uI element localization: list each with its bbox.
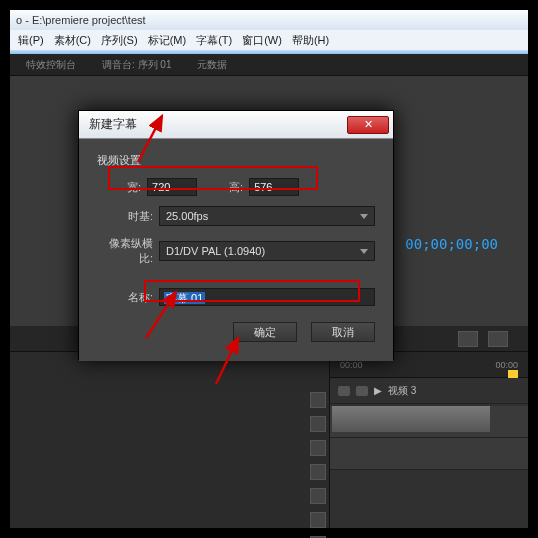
dialog-body: 视频设置 宽: 高: 时基: 25.00fps 像素纵横比: D1/DV PAL… xyxy=(79,139,393,361)
height-label: 高: xyxy=(229,180,243,195)
ripple-tool-icon[interactable] xyxy=(310,440,326,456)
ruler-tick: 00:00 xyxy=(340,360,363,370)
track-label: 视频 3 xyxy=(388,384,416,398)
panel-tabs: 特效控制台 调音台: 序列 01 元数据 xyxy=(10,54,528,76)
eye-icon[interactable] xyxy=(338,386,350,396)
track-header[interactable]: ▶ 视频 3 xyxy=(330,378,528,404)
menu-edit[interactable]: 辑(P) xyxy=(14,32,48,49)
tab-metadata[interactable]: 元数据 xyxy=(191,56,233,74)
par-row: 像素纵横比: D1/DV PAL (1.0940) xyxy=(97,236,375,266)
par-dropdown[interactable]: D1/DV PAL (1.0940) xyxy=(159,241,375,261)
menu-help[interactable]: 帮助(H) xyxy=(288,32,333,49)
menu-bar[interactable]: 辑(P) 素材(C) 序列(S) 标记(M) 字幕(T) 窗口(W) 帮助(H) xyxy=(10,30,528,50)
menu-clip[interactable]: 素材(C) xyxy=(50,32,95,49)
track-expand[interactable]: ▶ xyxy=(374,385,382,396)
add-icon[interactable] xyxy=(488,331,508,347)
chevron-down-icon xyxy=(360,214,368,219)
timebase-value: 25.00fps xyxy=(166,210,208,222)
name-input[interactable]: 字幕 01 xyxy=(159,288,375,306)
pen-tool-icon[interactable] xyxy=(310,512,326,528)
dialog-buttons: 确定 取消 xyxy=(97,322,375,342)
dialog-titlebar[interactable]: 新建字幕 ✕ xyxy=(79,111,393,139)
close-button[interactable]: ✕ xyxy=(347,116,389,134)
width-input[interactable] xyxy=(147,178,197,196)
razor-tool-icon[interactable] xyxy=(310,464,326,480)
clip-item[interactable] xyxy=(332,406,490,432)
timecode-display: 00;00;00;00 xyxy=(405,236,498,252)
menu-sequence[interactable]: 序列(S) xyxy=(97,32,142,49)
playhead-icon[interactable] xyxy=(508,370,518,378)
name-label: 名称: xyxy=(97,290,153,305)
menu-marker[interactable]: 标记(M) xyxy=(144,32,191,49)
tab-mixer[interactable]: 调音台: 序列 01 xyxy=(96,56,177,74)
ruler-tick: 00:00 xyxy=(495,360,518,370)
close-icon: ✕ xyxy=(364,118,373,131)
track-row[interactable] xyxy=(330,438,528,470)
selection-tool-icon[interactable] xyxy=(310,392,326,408)
menu-title[interactable]: 字幕(T) xyxy=(192,32,236,49)
tab-effects[interactable]: 特效控制台 xyxy=(20,56,82,74)
timebase-label: 时基: xyxy=(97,209,153,224)
timebase-row: 时基: 25.00fps xyxy=(97,206,375,226)
par-label: 像素纵横比: xyxy=(97,236,153,266)
name-value: 字幕 01 xyxy=(164,292,205,304)
menu-window[interactable]: 窗口(W) xyxy=(238,32,286,49)
video-settings-label: 视频设置 xyxy=(97,153,375,168)
lock-icon[interactable] xyxy=(356,386,368,396)
chevron-down-icon xyxy=(360,249,368,254)
par-value: D1/DV PAL (1.0940) xyxy=(166,245,265,257)
height-input[interactable] xyxy=(249,178,299,196)
width-label: 宽: xyxy=(127,180,141,195)
name-row: 名称: 字幕 01 xyxy=(97,288,375,306)
tools-palette xyxy=(310,392,330,538)
track-row[interactable] xyxy=(330,406,528,438)
timeline-body: 00:00 00:00 ▶ 视频 3 xyxy=(10,352,528,528)
cancel-button[interactable]: 取消 xyxy=(311,322,375,342)
window-titlebar: o - E:\premiere project\test xyxy=(10,10,528,30)
new-title-dialog: 新建字幕 ✕ 视频设置 宽: 高: 时基: 25.00fps 像素纵横比: D1… xyxy=(78,110,394,360)
slip-tool-icon[interactable] xyxy=(310,488,326,504)
timeline-tracks[interactable]: 00:00 00:00 ▶ 视频 3 xyxy=(330,352,528,528)
window-title: o - E:\premiere project\test xyxy=(16,14,146,26)
track-select-tool-icon[interactable] xyxy=(310,416,326,432)
timeline-left xyxy=(10,352,330,528)
dialog-title: 新建字幕 xyxy=(89,116,137,133)
snapshot-icon[interactable] xyxy=(458,331,478,347)
ok-button[interactable]: 确定 xyxy=(233,322,297,342)
timebase-dropdown[interactable]: 25.00fps xyxy=(159,206,375,226)
dimensions-row: 宽: 高: xyxy=(127,178,375,196)
